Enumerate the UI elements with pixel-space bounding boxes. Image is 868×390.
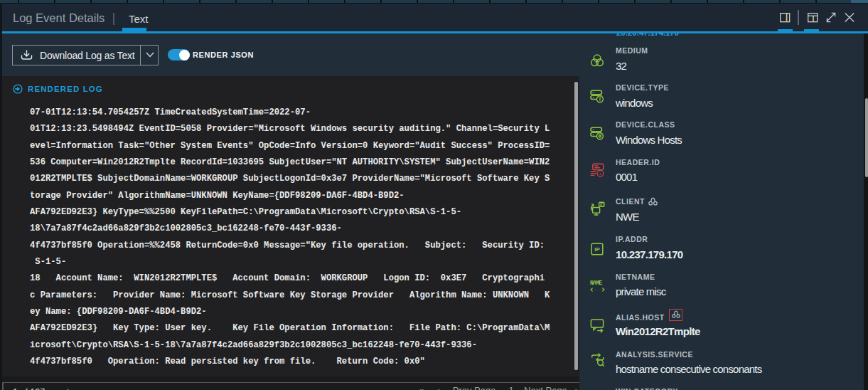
svg-text:NAME: NAME [590, 279, 602, 285]
svg-text:IP: IP [594, 246, 600, 253]
svg-text:T: T [599, 97, 602, 102]
